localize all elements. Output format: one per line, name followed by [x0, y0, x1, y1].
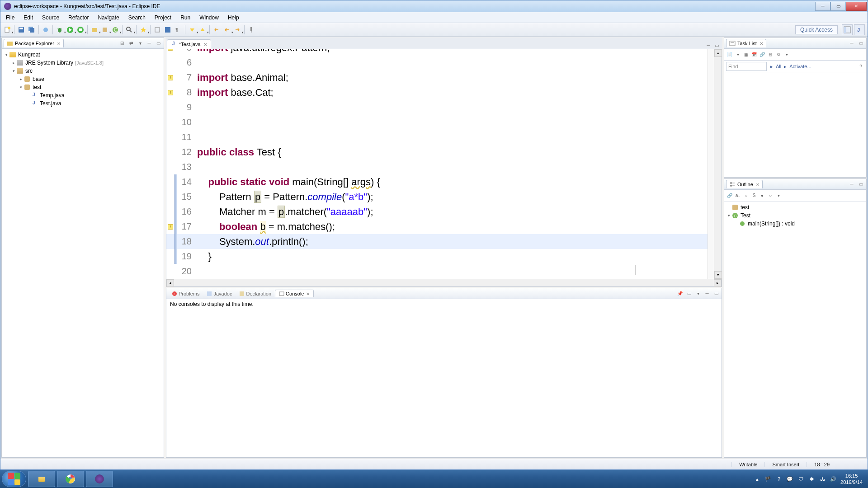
new-button[interactable] [2, 25, 12, 35]
task-activate-link[interactable]: Activate... [789, 64, 811, 69]
tray-show-hidden-icon[interactable]: ▴ [754, 475, 761, 483]
menu-run[interactable]: Run [176, 12, 195, 23]
code-line-19[interactable]: 19 } [166, 249, 722, 264]
tree-file-temp[interactable]: Temp.java [4, 91, 162, 99]
tray-app-icon[interactable]: ✱ [808, 475, 815, 483]
taskbar-explorer[interactable] [28, 471, 55, 487]
tab-declaration[interactable]: Declaration [236, 290, 275, 297]
expand-arrow-icon[interactable]: ▸ [11, 61, 16, 65]
code-line-16[interactable]: 16 Matcher m = p.matcher("aaaaab"); [166, 204, 722, 219]
outline-package[interactable]: test [726, 203, 864, 211]
taskbar-eclipse[interactable] [86, 471, 113, 487]
window-close-button[interactable]: ✕ [846, 2, 867, 11]
minimize-tasklist-button[interactable]: ─ [848, 40, 855, 47]
new-package-button[interactable] [100, 25, 110, 35]
menu-source[interactable]: Source [38, 12, 64, 23]
code-line-8[interactable]: !8import base.Cat; [166, 85, 722, 100]
link-editor-button[interactable]: ⇄ [127, 40, 135, 47]
forward-button[interactable] [232, 25, 242, 35]
task-list-close-icon[interactable]: ✕ [760, 41, 763, 46]
tray-help-icon[interactable]: ? [775, 475, 783, 483]
code-line-10[interactable]: 10 [166, 115, 722, 130]
expand-arrow-icon[interactable]: ▾ [11, 69, 16, 73]
task-all-link[interactable]: All [776, 64, 781, 69]
package-explorer-close-icon[interactable]: ✕ [57, 41, 61, 46]
window-minimize-button[interactable]: ─ [815, 2, 830, 11]
new-class-button[interactable]: C [110, 25, 120, 35]
task-menu-button[interactable]: ▾ [734, 51, 741, 58]
display-console-button[interactable]: ▭ [685, 290, 693, 297]
code-editor[interactable]: !5import java.util.regex.Pattern;6!7impo… [166, 49, 722, 286]
code-line-6[interactable]: 6 [166, 55, 722, 70]
hide-local-button[interactable]: ○ [767, 192, 774, 199]
debug-button[interactable] [55, 25, 65, 35]
hide-fields-button[interactable]: ○ [742, 192, 750, 199]
next-annotation-button[interactable] [187, 25, 197, 35]
tree-jre-library[interactable]: ▸ JRE System Library [JavaSE-1.8] [4, 59, 162, 67]
code-line-7[interactable]: !7import base.Animal; [166, 70, 722, 85]
task-find-input[interactable] [726, 62, 767, 71]
code-line-20[interactable]: 20 [166, 264, 722, 279]
tray-clock[interactable]: 16:15 2019/9/14 [840, 473, 863, 485]
expand-arrow-icon[interactable]: ▸ [18, 77, 24, 81]
scroll-up-button[interactable]: ▴ [714, 49, 722, 57]
tab-problems[interactable]: ! Problems [168, 290, 203, 297]
open-type-button[interactable] [124, 25, 134, 35]
view-menu-button[interactable]: ▾ [137, 40, 144, 47]
new-java-project-button[interactable] [90, 25, 99, 35]
code-line-17[interactable]: !17 boolean b = m.matches(); [166, 219, 722, 234]
minimize-editor-button[interactable]: ─ [705, 42, 712, 49]
expand-arrow-icon[interactable]: ▾ [18, 85, 24, 89]
overview-ruler[interactable] [708, 49, 714, 279]
focus-button[interactable]: 🔗 [759, 51, 766, 58]
last-edit-button[interactable] [212, 25, 222, 35]
scroll-down-button[interactable]: ▾ [714, 271, 722, 279]
horizontal-scrollbar[interactable]: ◂ ▸ [166, 279, 722, 286]
focus-outline-button[interactable]: 🔗 [726, 192, 733, 199]
tray-notification-icon[interactable]: 💬 [786, 475, 793, 483]
tree-package-base[interactable]: ▸ base [4, 75, 162, 83]
package-explorer-tab[interactable]: Package Explorer ✕ [4, 39, 64, 47]
tree-project[interactable]: ▾ Kungreat [4, 51, 162, 59]
show-whitespace-button[interactable]: ¶ [173, 25, 183, 35]
minimize-bottom-button[interactable]: ─ [703, 290, 711, 297]
sort-outline-button[interactable]: a↓ [734, 192, 741, 199]
task-list-tab[interactable]: Task List ✕ [726, 39, 766, 47]
scroll-left-button[interactable]: ◂ [166, 279, 174, 287]
pin-editor-button[interactable] [246, 25, 256, 35]
start-button[interactable] [2, 471, 26, 487]
toggle-mark-button[interactable] [152, 25, 162, 35]
toggle-block-button[interactable] [163, 25, 173, 35]
warning-marker-icon[interactable]: ! [168, 90, 173, 95]
code-line-5[interactable]: !5import java.util.regex.Pattern; [166, 49, 722, 55]
vertical-scrollbar[interactable]: ▴ ▾ [714, 49, 722, 279]
tray-security-icon[interactable]: 🛡 [797, 475, 804, 483]
run-button[interactable] [65, 25, 75, 35]
new-task-button[interactable]: 📄 [726, 51, 733, 58]
pin-console-button[interactable]: 📌 [676, 290, 684, 297]
save-all-button[interactable] [27, 25, 37, 35]
tree-package-test[interactable]: ▾ test [4, 83, 162, 91]
open-perspective-button[interactable] [842, 24, 853, 35]
outline-class[interactable]: ▾ C Test [726, 211, 864, 220]
tree-file-test[interactable]: Test.java [4, 99, 162, 108]
hide-static-button[interactable]: S [750, 192, 758, 199]
window-maximize-button[interactable]: ▭ [830, 2, 846, 11]
warning-marker-icon[interactable]: ! [168, 49, 173, 51]
warning-marker-icon[interactable]: ! [168, 224, 173, 230]
code-line-15[interactable]: 15 Pattern p = Pattern.compile("a*b"); [166, 189, 722, 204]
menu-window[interactable]: Window [195, 12, 223, 23]
categorize-button[interactable]: ▦ [742, 51, 750, 58]
hide-nonpublic-button[interactable]: ● [759, 192, 766, 199]
maximize-panel-button[interactable]: ▭ [155, 40, 162, 47]
tree-src-folder[interactable]: ▾ src [4, 67, 162, 75]
code-line-12[interactable]: 12public class Test { [166, 145, 722, 160]
tab-javadoc[interactable]: Javadoc [203, 290, 236, 297]
tray-volume-icon[interactable]: 🔊 [830, 475, 837, 483]
menu-project[interactable]: Project [150, 12, 176, 23]
menu-help[interactable]: Help [223, 12, 244, 23]
open-console-button[interactable]: ▾ [694, 290, 702, 297]
minimize-outline-button[interactable]: ─ [848, 181, 855, 188]
prev-annotation-button[interactable] [198, 25, 208, 35]
task-help-button[interactable]: ? [857, 63, 864, 70]
